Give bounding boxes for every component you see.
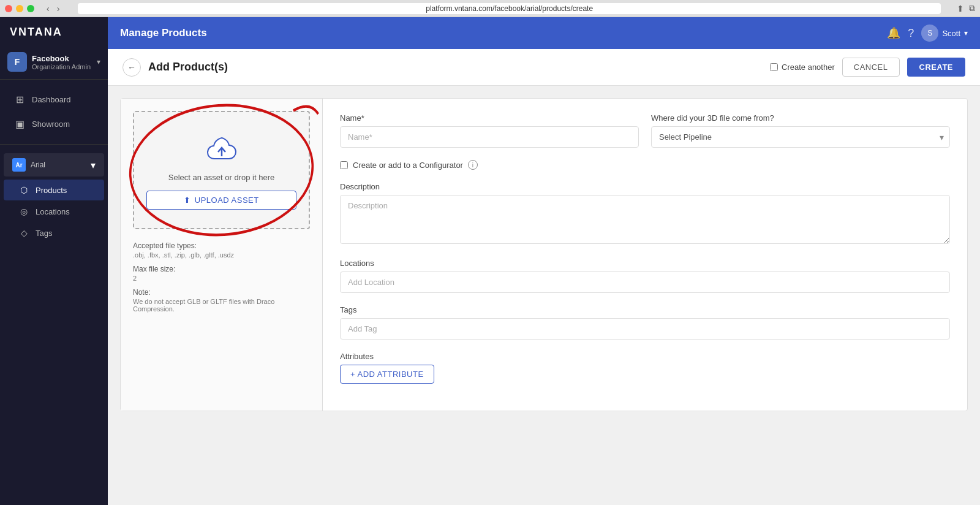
title-bar-actions: ⬆ ⧉ <box>957 3 975 13</box>
org-chevron-icon: ▾ <box>97 58 100 66</box>
sidebar-item-dashboard-label: Dashboard <box>32 95 71 104</box>
showroom-icon: ▣ <box>13 118 26 130</box>
description-label: Description <box>340 182 950 191</box>
arial-section-header-left: Ar Arial <box>12 158 45 172</box>
forward-nav-button[interactable]: › <box>55 4 62 13</box>
note-value: We do not accept GLB or GLTF files with … <box>133 298 310 313</box>
accepted-types-value: .obj, .fbx, .stl, .zip, .glb, .gltf, .us… <box>133 251 310 259</box>
org-avatar: F <box>7 52 27 72</box>
page-title: Add Product(s) <box>148 61 228 74</box>
sidebar-item-tags[interactable]: ◇ Tags <box>4 222 104 243</box>
arial-chevron-icon: ▾ <box>91 159 96 171</box>
create-another-checkbox[interactable] <box>770 63 778 71</box>
accepted-types-section: Accepted file types: .obj, .fbx, .stl, .… <box>133 241 310 259</box>
configurator-checkbox[interactable] <box>340 161 348 169</box>
expand-dot[interactable] <box>27 5 34 12</box>
add-attribute-button[interactable]: + ADD ATTRIBUTE <box>340 365 434 384</box>
tabs-icon[interactable]: ⧉ <box>969 3 975 13</box>
max-size-value: 2 <box>133 275 310 282</box>
create-another-label: Create another <box>782 63 835 72</box>
accepted-types-label: Accepted file types: <box>133 241 310 250</box>
sidebar-item-locations[interactable]: ◎ Locations <box>4 201 104 222</box>
dashboard-icon: ⊞ <box>13 94 26 105</box>
content-card: Select an asset or drop it here ⬆ UPLOAD… <box>120 98 968 411</box>
pipeline-select-wrapper: Select Pipeline ▾ <box>651 126 950 148</box>
user-avatar: S <box>921 25 938 42</box>
form-area: Name* Where did your 3D file come from? … <box>323 99 967 411</box>
attributes-label: Attributes <box>340 352 950 361</box>
back-nav-button[interactable]: ‹ <box>44 4 52 13</box>
upload-btn-label: UPLOAD ASSET <box>195 196 259 205</box>
org-name: Facebook <box>32 54 92 63</box>
sidebar-nav: ⊞ Dashboard ▣ Showroom <box>0 82 108 142</box>
sidebar-item-showroom[interactable]: ▣ Showroom <box>4 112 104 136</box>
name-input[interactable] <box>340 126 639 148</box>
upload-asset-button[interactable]: ⬆ UPLOAD ASSET <box>146 191 296 210</box>
description-input[interactable] <box>340 195 950 244</box>
drop-text: Select an asset or drop it here <box>146 173 296 182</box>
drop-zone[interactable]: Select an asset or drop it here ⬆ UPLOAD… <box>133 111 310 229</box>
tags-label: Tags <box>340 305 950 314</box>
pipeline-select[interactable]: Select Pipeline <box>651 126 950 148</box>
sidebar-divider-1 <box>0 79 108 80</box>
locations-input[interactable] <box>340 271 950 293</box>
page-header-left: ← Add Product(s) <box>123 58 228 77</box>
url-bar[interactable]: platform.vntana.com/facebook/arial/produ… <box>78 3 941 14</box>
pipeline-field-group: Where did your 3D file come from? Select… <box>651 113 950 148</box>
description-row: Description <box>340 182 950 246</box>
products-icon: ⬡ <box>18 185 29 195</box>
org-selector[interactable]: F Facebook Organization Admin ▾ <box>0 47 108 77</box>
back-button[interactable]: ← <box>123 58 141 77</box>
drop-zone-wrapper: Select an asset or drop it here ⬆ UPLOAD… <box>133 111 310 229</box>
top-bar: Manage Products 🔔 ? S Scott ▾ <box>108 17 980 49</box>
sidebar: VNTANA F Facebook Organization Admin ▾ ⊞… <box>0 17 108 505</box>
locations-label: Locations <box>340 259 950 268</box>
tags-icon: ◇ <box>18 228 29 238</box>
configurator-info-icon[interactable]: i <box>468 160 478 170</box>
minimize-dot[interactable] <box>16 5 23 12</box>
sidebar-item-locations-label: Locations <box>36 207 70 216</box>
org-role: Organization Admin <box>32 63 92 70</box>
close-dot[interactable] <box>5 5 12 12</box>
sidebar-divider-2 <box>0 144 108 145</box>
cloud-upload-icon <box>146 137 296 167</box>
note-section: Note: We do not accept GLB or GLTF files… <box>133 288 310 313</box>
name-pipeline-row: Name* Where did your 3D file come from? … <box>340 113 950 148</box>
upload-icon: ⬆ <box>184 196 191 205</box>
create-another-checkbox-label[interactable]: Create another <box>770 63 835 72</box>
arial-avatar: Ar <box>12 158 26 172</box>
title-bar: ‹ › platform.vntana.com/facebook/arial/p… <box>0 0 980 17</box>
locations-row: Locations <box>340 259 950 293</box>
sidebar-sub-items: ⬡ Products ◎ Locations ◇ Tags <box>0 178 108 245</box>
sidebar-section-arial: Ar Arial ▾ ⬡ Products ◎ Locations ◇ Tags <box>0 147 108 250</box>
configurator-row: Create or add to a Configurator i <box>340 160 950 170</box>
upload-info: Accepted file types: .obj, .fbx, .stl, .… <box>133 241 310 313</box>
user-chevron-icon: ▾ <box>964 29 968 37</box>
sidebar-item-products[interactable]: ⬡ Products <box>4 180 104 200</box>
help-icon[interactable]: ? <box>908 27 914 40</box>
arial-section-header[interactable]: Ar Arial ▾ <box>4 153 104 177</box>
configurator-label: Create or add to a Configurator <box>353 161 463 170</box>
tags-input[interactable] <box>340 318 950 340</box>
max-size-label: Max file size: <box>133 265 310 273</box>
user-menu[interactable]: S Scott ▾ <box>921 25 968 42</box>
top-bar-actions: 🔔 ? S Scott ▾ <box>887 25 968 42</box>
sidebar-item-dashboard[interactable]: ⊞ Dashboard <box>4 88 104 112</box>
notification-icon[interactable]: 🔔 <box>887 26 900 40</box>
upload-area: Select an asset or drop it here ⬆ UPLOAD… <box>121 99 323 411</box>
cancel-button[interactable]: CANCEL <box>842 58 900 77</box>
page-header-right: Create another CANCEL CREATE <box>770 58 965 77</box>
username-label: Scott <box>942 29 960 38</box>
app-logo: VNTANA <box>0 17 108 47</box>
create-button[interactable]: CREATE <box>907 58 965 77</box>
share-icon[interactable]: ⬆ <box>957 4 964 13</box>
arial-label: Arial <box>31 161 45 169</box>
attributes-row: Attributes + ADD ATTRIBUTE <box>340 352 950 384</box>
locations-icon: ◎ <box>18 207 29 216</box>
sidebar-item-products-label: Products <box>36 186 67 195</box>
main-content: Manage Products 🔔 ? S Scott ▾ ← Add Prod… <box>108 17 980 505</box>
top-bar-title: Manage Products <box>120 27 887 39</box>
max-size-section: Max file size: 2 <box>133 265 310 282</box>
org-info: Facebook Organization Admin <box>32 54 92 70</box>
pipeline-label: Where did your 3D file come from? <box>651 113 950 123</box>
